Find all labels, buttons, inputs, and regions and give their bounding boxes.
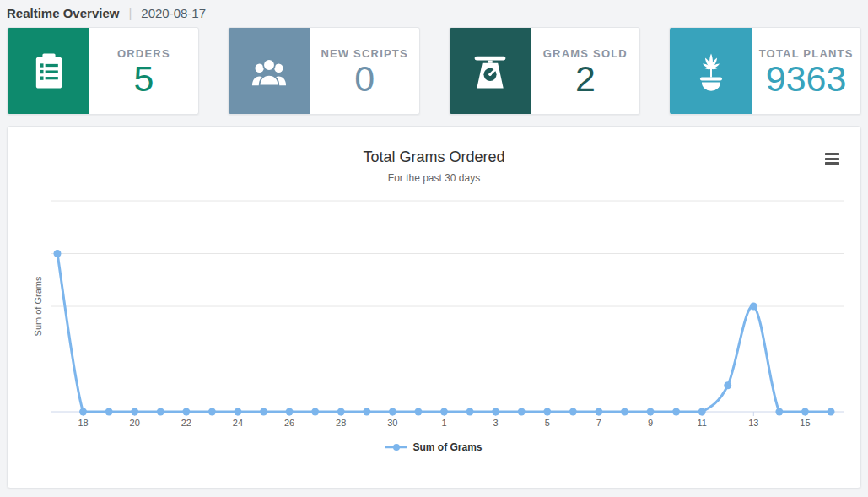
stat-card-orders: ORDERS 5 — [7, 27, 199, 115]
svg-text:3: 3 — [493, 418, 499, 428]
svg-text:24: 24 — [233, 418, 243, 428]
svg-text:Sum of Grams: Sum of Grams — [33, 276, 43, 336]
line-chart-canvas: Sum of Grams1820222426283013579111315 — [8, 127, 860, 488]
legend-label: Sum of Grams — [412, 441, 482, 453]
svg-text:5: 5 — [545, 418, 550, 428]
svg-text:28: 28 — [336, 418, 346, 428]
plant-icon — [670, 28, 752, 114]
legend-marker-icon — [385, 443, 407, 451]
svg-text:9: 9 — [648, 418, 653, 428]
scale-icon — [450, 28, 531, 114]
stat-card-body: TOTAL PLANTS 9363 — [752, 28, 860, 114]
svg-text:30: 30 — [387, 418, 397, 428]
users-icon — [229, 28, 310, 114]
report-date: 2020-08-17 — [141, 6, 206, 20]
svg-text:13: 13 — [748, 418, 758, 428]
stat-card-body: ORDERS 5 — [89, 28, 198, 114]
title-separator: | — [128, 6, 132, 20]
svg-text:7: 7 — [596, 418, 601, 428]
clipboard-icon — [8, 28, 89, 114]
stat-value: 5 — [133, 60, 154, 98]
svg-text:11: 11 — [697, 418, 706, 428]
stat-value: 9363 — [766, 60, 847, 98]
chart-legend-item[interactable]: Sum of Grams — [8, 441, 860, 453]
stat-card-grams-sold: GRAMS SOLD 2 — [449, 27, 641, 115]
stat-card-body: NEW SCRIPTS 0 — [310, 28, 419, 114]
svg-text:15: 15 — [800, 418, 810, 428]
stat-card-new-scripts: NEW SCRIPTS 0 — [228, 27, 420, 115]
header-divider — [219, 14, 861, 14]
stat-card-total-plants: TOTAL PLANTS 9363 — [669, 27, 861, 115]
stat-card-body: GRAMS SOLD 2 — [531, 28, 640, 114]
svg-text:1: 1 — [441, 418, 446, 428]
stat-value: 2 — [575, 60, 596, 98]
svg-text:20: 20 — [130, 418, 140, 428]
svg-text:22: 22 — [181, 418, 191, 428]
page-header: Realtime Overview | 2020-08-17 — [0, 0, 868, 22]
chart-card: Total Grams Ordered For the past 30 days… — [7, 126, 861, 489]
page-title: Realtime Overview — [7, 6, 119, 20]
stat-value: 0 — [354, 60, 375, 98]
svg-text:18: 18 — [78, 418, 88, 428]
svg-text:26: 26 — [284, 418, 294, 428]
stat-cards-row: ORDERS 5 NEW SCRIPTS 0 — [0, 22, 868, 115]
